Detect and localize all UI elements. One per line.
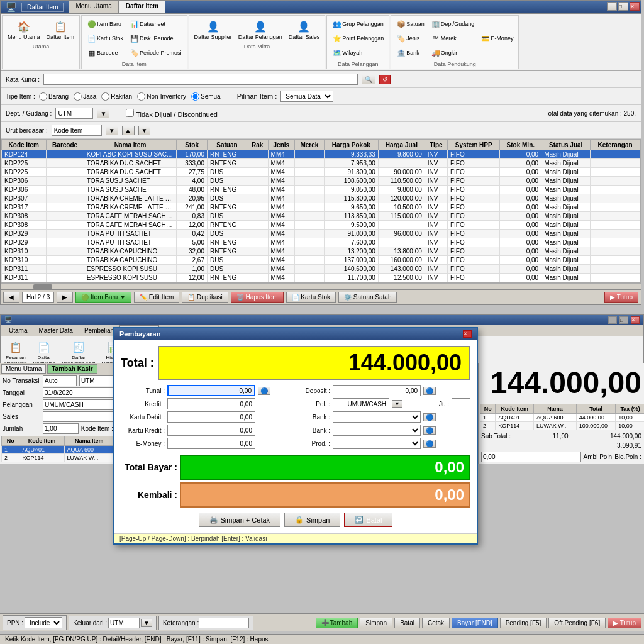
ribbon-menu-utama[interactable]: 🏠 Menu Utama <box>5 17 43 42</box>
tab-daftar-item[interactable]: Daftar Item <box>119 1 165 13</box>
table-row[interactable]: KDP308 TORA CAFE MERAH SACHET 0,83 DUS M… <box>2 212 640 221</box>
tidak-dijual-checkbox[interactable] <box>126 109 134 117</box>
penjualan-row-2[interactable]: 2KOP114LUWAK W... <box>2 454 114 462</box>
batal-button[interactable]: ↩️ Batal <box>344 513 392 527</box>
no-transaksi-input[interactable] <box>43 375 77 386</box>
oft-pending-btn[interactable]: Oft.Pending [F6] <box>548 618 606 628</box>
right-row-2[interactable]: 2KOP114LUWAK W...100.000,0010,00 <box>480 422 645 430</box>
dialog-close-button[interactable]: ✕ <box>463 330 472 338</box>
tambah-btn[interactable]: ➕ Tambah <box>316 618 358 628</box>
minimize-button[interactable]: _ <box>607 2 617 11</box>
kartu-kredit-input[interactable] <box>167 425 255 436</box>
dept-input[interactable] <box>55 108 93 119</box>
pel-dropdown[interactable]: ▼ <box>392 400 402 408</box>
bank-kredit-action[interactable]: 🔵 <box>423 426 436 435</box>
ribbon-emoney[interactable]: 💳 E-Money <box>478 31 516 45</box>
tab-master-data[interactable]: Master Data <box>33 325 78 336</box>
deposit-input[interactable] <box>333 385 421 396</box>
ribbon-periode-promosi[interactable]: 🏷️ Periode Promosi <box>127 46 184 60</box>
urut-dropdown[interactable]: ▼ <box>106 126 118 135</box>
jumlah-input[interactable] <box>43 423 79 434</box>
table-row[interactable]: KDP311 ESPRESSO KOPI SUSU 1,00 DUS MM4 1… <box>2 265 640 274</box>
penjualan-close[interactable]: ✕ <box>631 316 640 324</box>
table-row[interactable]: KDP310 TORABIKA CAPUCHINO 2,67 DUS MM4 1… <box>2 256 640 265</box>
kredit-input[interactable] <box>167 398 255 409</box>
ribbon-point-pelanggan[interactable]: ⭐ Point Pelanggan <box>330 31 386 45</box>
keluar-picker[interactable]: ▼ <box>141 619 152 627</box>
prod-action[interactable]: 🔵 <box>423 440 436 448</box>
table-row[interactable]: KDP225 TORABIKA DUO SACHET 27,75 DUS MM4… <box>2 168 640 177</box>
duplikasi-btn[interactable]: 📋 Duplikasi <box>182 292 228 303</box>
search-button[interactable]: 🔍 <box>362 75 375 84</box>
dept-dropdown[interactable]: ▼ <box>97 109 109 118</box>
jt-input[interactable] <box>452 398 470 409</box>
table-row[interactable]: KDP225 TORABIKA DUO SACHET 333,00 RNTENG… <box>2 159 640 168</box>
radio-jasa[interactable] <box>74 92 82 101</box>
keterangan-input[interactable] <box>199 618 249 628</box>
simpan-penjualan-btn[interactable]: Simpan <box>360 618 392 628</box>
no-transaksi-num[interactable] <box>79 375 113 386</box>
table-row[interactable]: KDP307 TORABIKA CREME LATTE S... 20,95 D… <box>2 194 640 203</box>
urut-input[interactable] <box>52 125 102 136</box>
penjualan-row-1[interactable]: 1AQUA01AQUA 600 <box>2 446 114 454</box>
table-row[interactable]: KDP124 KOPI ABC KOPI SUSU SAC... 170,00 … <box>2 150 640 159</box>
tunai-clear-btn[interactable]: 🔵 <box>258 387 270 395</box>
bank-debit-action[interactable]: 🔵 <box>423 413 436 421</box>
close-button[interactable]: ✕ <box>630 2 640 11</box>
scrollbar-area[interactable] <box>1 283 641 289</box>
ribbon-daftar-pelanggan[interactable]: 👤 Daftar Pelanggan <box>236 17 285 42</box>
prod-select[interactable] <box>333 438 421 449</box>
kata-kunci-input[interactable] <box>43 74 358 85</box>
table-row[interactable]: KDP306 TORA SUSU SACHET 48,00 RNTENG MM4… <box>2 186 640 194</box>
radio-semua[interactable] <box>191 92 199 101</box>
reset-search-button[interactable]: ↺ <box>379 75 391 84</box>
ribbon-ongkir[interactable]: 🚚 Ongkir <box>428 46 477 60</box>
item-baru-btn[interactable]: 🟢 Item Baru ▼ <box>75 292 131 303</box>
tab-menu-utama[interactable]: Menu Utama <box>69 1 118 13</box>
penjualan-minimize[interactable]: _ <box>608 316 617 324</box>
prev-page-button[interactable]: ◀ <box>3 292 19 303</box>
tutup-master-btn[interactable]: ▶ Tutup <box>604 292 638 303</box>
table-row[interactable]: KDP311 ESPRESSO KOPI SUSU 12,00 RNTENG M… <box>2 274 640 282</box>
ribbon-barcode[interactable]: ▦ Barcode <box>84 46 126 60</box>
radio-rakitan[interactable] <box>101 92 109 101</box>
batal-penjualan-btn[interactable]: Batal <box>394 618 420 628</box>
table-row[interactable]: KDP317 TORABIKA CREME LATTE S... 241,00 … <box>2 203 640 212</box>
ribbon-bank[interactable]: 🏦 Bank <box>394 46 427 60</box>
ribbon-daftar-supplier[interactable]: 👤 Daftar Supplier <box>192 17 235 42</box>
tab-utama[interactable]: Utama <box>3 325 33 336</box>
ribbon-daftar-sales[interactable]: 👤 Daftar Sales <box>286 17 323 42</box>
table-row[interactable]: KDP329 TORA PUTIH SACHET 0,42 DUS MM4 91… <box>2 230 640 238</box>
maximize-button[interactable]: □ <box>618 2 628 11</box>
ribbon-grup-pelanggan[interactable]: 👥 Grup Pelanggan <box>330 17 386 31</box>
ribbon-kartu-stok[interactable]: 📄 Kartu Stok <box>84 31 126 45</box>
ribbon-daftar-item[interactable]: 📋 Daftar Item <box>44 17 77 42</box>
radio-non-inventory[interactable] <box>137 92 145 101</box>
table-row[interactable]: KDP310 TORABIKA CAPUCHINO 32,00 RNTENG M… <box>2 247 640 256</box>
simpan-cetak-button[interactable]: 🖨️ Simpan + Cetak <box>199 513 281 527</box>
pel-input[interactable] <box>333 398 389 409</box>
pilihan-item-combo[interactable]: Semua Data <box>280 91 333 102</box>
bayar-btn[interactable]: Bayar [END] <box>452 618 498 628</box>
right-row-1[interactable]: 1AQU401AQUA 60044.000,0010,00 <box>480 414 645 422</box>
tutup-penjualan-btn[interactable]: ▶ Tutup <box>608 618 641 628</box>
kartu-stok-btn[interactable]: 📄 Kartu Stok <box>286 292 336 303</box>
penjualan-maximize[interactable]: □ <box>619 316 628 324</box>
emoney-input[interactable] <box>167 438 255 449</box>
table-row[interactable]: KDP306 TORA SUSU SACHET 4,00 DUS MM4 108… <box>2 177 640 186</box>
radio-barang[interactable] <box>39 92 47 101</box>
urut-desc[interactable]: ▼ <box>138 126 151 135</box>
keluar-dari-input[interactable] <box>108 618 140 628</box>
next-page-button[interactable]: ▶ <box>57 292 73 303</box>
kartu-debit-input[interactable] <box>167 411 255 423</box>
penjualan-item-table-container[interactable]: No Kode Item Nama Item 1AQUA01AQUA 600 2… <box>1 436 114 462</box>
item-table-container[interactable]: Kode Item Barcode Nama Item Stok Satuan … <box>1 139 641 283</box>
edit-item-btn[interactable]: ✏️ Edit Item <box>134 292 179 303</box>
pending-btn[interactable]: Pending [F5] <box>500 618 547 628</box>
ribbon-dept-gudang[interactable]: 🏢 Dept/Gudang <box>428 17 477 31</box>
cetak-btn[interactable]: Cetak <box>422 618 450 628</box>
bank-debit-select[interactable] <box>333 411 421 423</box>
ribbon-disk-periode[interactable]: 💾 Disk. Periode <box>127 31 184 45</box>
ppn-select[interactable]: Include <box>25 617 62 628</box>
ribbon-datasheet[interactable]: 📊 Datasheet <box>127 17 184 31</box>
